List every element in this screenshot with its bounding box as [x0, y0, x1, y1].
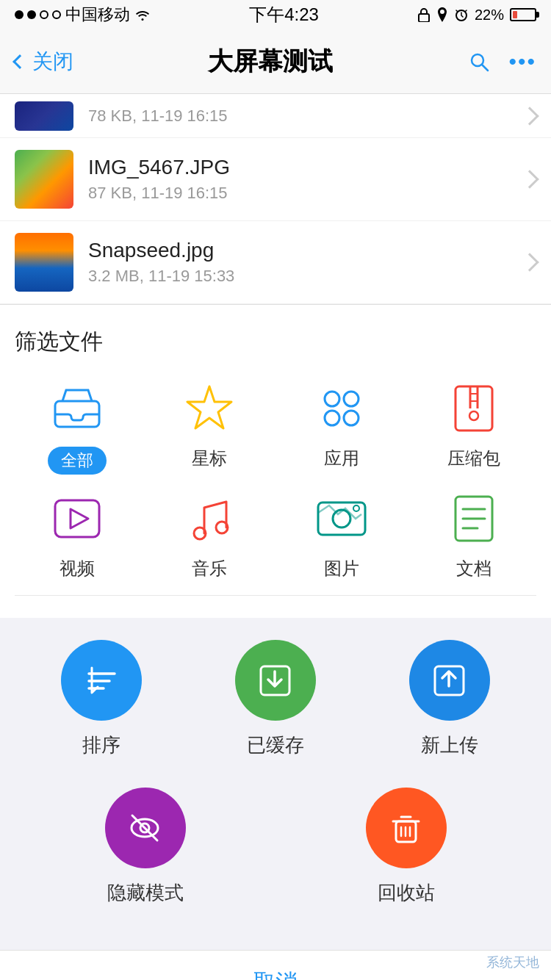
action-sort[interactable]: 排序	[61, 640, 142, 758]
action-section: 排序 已缓存 新上传	[0, 618, 551, 950]
cancel-label: 取消	[253, 968, 298, 980]
action-row-1: 排序 已缓存 新上传	[15, 640, 536, 758]
action-trash[interactable]: 回收站	[366, 788, 447, 906]
action-row-2: 隐藏模式 回收站	[15, 788, 536, 906]
action-upload[interactable]: 新上传	[409, 640, 490, 758]
trash-circle	[366, 788, 447, 868]
nav-bar: 关闭 大屏幕测试 •••	[0, 29, 551, 94]
watermark: 系统天地	[482, 952, 544, 973]
sort-circle	[61, 640, 142, 721]
filter-all-icon-wrap	[48, 379, 107, 438]
svg-point-6	[325, 392, 339, 406]
doc-icon	[452, 493, 496, 544]
battery-percent: 22%	[475, 7, 504, 24]
back-label: 关闭	[32, 48, 73, 76]
file-meta: 78 KB, 11-19 16:15	[88, 107, 523, 126]
inbox-icon	[51, 386, 103, 430]
upload-box-icon	[429, 660, 469, 701]
cancel-bar[interactable]: 取消	[0, 950, 551, 980]
status-bar: 中国移动 下午4:23 22%	[0, 0, 551, 29]
filter-doc-label: 文档	[456, 557, 491, 580]
star-icon	[184, 383, 235, 434]
back-button[interactable]: 关闭	[15, 48, 73, 76]
svg-point-22	[353, 505, 359, 511]
svg-rect-16	[55, 500, 99, 537]
file-info: IMG_5467.JPG 87 KB, 11-19 16:15	[88, 156, 523, 203]
filter-photo[interactable]: 图片	[279, 489, 404, 580]
upload-circle	[409, 640, 490, 721]
filter-grid: 全部 星标 应用	[15, 379, 536, 580]
filter-doc[interactable]: 文档	[411, 489, 536, 580]
search-icon[interactable]	[467, 50, 491, 73]
wifi-icon	[134, 8, 151, 21]
filter-app[interactable]: 应用	[279, 379, 404, 475]
file-meta: 3.2 MB, 11-19 15:33	[88, 267, 523, 286]
filter-star-label: 星标	[192, 447, 227, 470]
sort-label: 排序	[82, 732, 120, 758]
hidden-icon	[125, 808, 165, 849]
filter-zip[interactable]: 压缩包	[411, 379, 536, 475]
filter-zip-icon-wrap	[444, 379, 503, 438]
file-item[interactable]: Snapseed.jpg 3.2 MB, 11-19 15:33	[0, 221, 551, 304]
music-icon	[184, 493, 235, 544]
file-expand-icon	[520, 253, 539, 271]
location-icon	[436, 7, 448, 22]
filter-video-label: 视频	[60, 557, 95, 580]
battery-icon	[510, 8, 536, 21]
svg-rect-0	[419, 14, 429, 22]
apps-icon	[316, 383, 367, 434]
svg-point-7	[344, 392, 359, 406]
svg-line-3	[482, 65, 488, 71]
filter-app-icon-wrap	[312, 379, 371, 438]
file-info: 78 KB, 11-19 16:15	[88, 107, 523, 126]
action-hidden[interactable]: 隐藏模式	[105, 788, 186, 906]
filter-music-label: 音乐	[192, 557, 227, 580]
filter-music-icon-wrap	[180, 489, 239, 548]
filter-star-icon-wrap	[180, 379, 239, 438]
nav-actions: •••	[467, 49, 536, 74]
cached-circle	[235, 640, 316, 721]
svg-point-15	[469, 411, 478, 420]
file-info: Snapseed.jpg 3.2 MB, 11-19 15:33	[88, 239, 523, 286]
svg-point-8	[325, 411, 339, 425]
file-expand-icon	[520, 170, 539, 188]
filter-video[interactable]: 视频	[15, 489, 140, 580]
more-icon[interactable]: •••	[508, 49, 536, 74]
filter-video-icon-wrap	[48, 489, 107, 548]
alarm-icon	[454, 7, 469, 22]
svg-marker-17	[71, 509, 88, 528]
svg-marker-5	[187, 386, 231, 428]
file-expand-icon	[520, 107, 539, 125]
action-cached[interactable]: 已缓存	[235, 640, 316, 758]
signal-dots	[15, 10, 61, 19]
filter-app-label: 应用	[324, 447, 359, 470]
filter-zip-label: 压缩包	[447, 447, 500, 470]
svg-point-9	[344, 411, 359, 425]
video-icon	[51, 493, 103, 544]
photo-icon	[316, 497, 367, 541]
status-right: 22%	[417, 7, 536, 24]
sort-icon	[82, 660, 122, 701]
file-thumbnail	[15, 233, 73, 292]
download-box-icon	[255, 660, 295, 701]
section-divider	[15, 595, 536, 596]
trash-icon	[386, 808, 426, 849]
nav-title: 大屏幕测试	[208, 45, 333, 79]
hidden-circle	[105, 788, 186, 868]
filter-music[interactable]: 音乐	[147, 489, 272, 580]
status-time: 下午4:23	[249, 3, 319, 26]
status-left: 中国移动	[15, 4, 151, 26]
file-item[interactable]: 78 KB, 11-19 16:15	[0, 94, 551, 138]
filter-all[interactable]: 全部	[15, 379, 140, 475]
file-list: 78 KB, 11-19 16:15 IMG_5467.JPG 87 KB, 1…	[0, 94, 551, 305]
filter-doc-icon-wrap	[444, 489, 503, 548]
file-thumbnail	[15, 101, 73, 131]
hidden-label: 隐藏模式	[107, 880, 184, 906]
file-thumbnail	[15, 150, 73, 209]
filter-star[interactable]: 星标	[147, 379, 272, 475]
filter-photo-icon-wrap	[312, 489, 371, 548]
lock-icon	[417, 7, 431, 22]
file-item[interactable]: IMG_5467.JPG 87 KB, 11-19 16:15	[0, 138, 551, 221]
back-chevron-icon	[12, 54, 27, 69]
filter-section: 筛选文件 全部 星标	[0, 305, 551, 618]
